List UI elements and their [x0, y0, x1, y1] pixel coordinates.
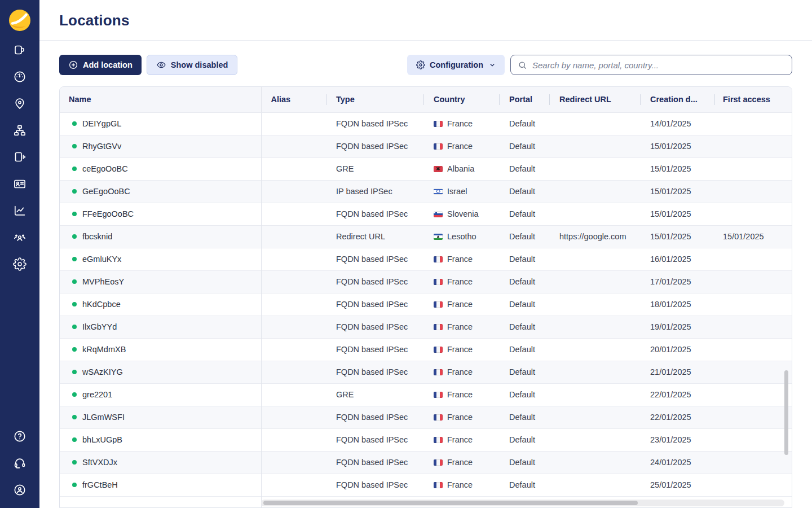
table-row[interactable]: eGmluKYx FQDN based IPSec France Default…	[60, 248, 792, 270]
column-header-portal[interactable]: Portal	[499, 87, 549, 112]
horizontal-scrollbar[interactable]	[263, 501, 638, 505]
country-name: Israel	[447, 187, 467, 196]
column-header-country[interactable]: Country	[423, 87, 499, 112]
creation-date-cell: 24/01/2025	[640, 451, 714, 474]
first-access-cell	[714, 203, 792, 225]
table-row[interactable]: MVPhEosY FQDN based IPSec France Default…	[60, 270, 792, 293]
country-flag-icon	[434, 437, 443, 443]
sidebar-item-dashboard[interactable]	[13, 70, 27, 84]
creation-date-cell: 16/01/2025	[640, 248, 714, 270]
country-flag-icon	[434, 211, 443, 217]
portal-cell: Default	[499, 225, 549, 248]
sidebar-item-network[interactable]	[13, 124, 27, 137]
portal-cell: Default	[499, 248, 549, 270]
location-name: kRqMdmXB	[82, 345, 126, 354]
table-row[interactable]: fbcsknid Redirect URL Lesotho Default ht…	[60, 225, 792, 248]
chevron-down-icon	[489, 62, 496, 68]
redirect-url-cell	[549, 270, 640, 293]
page-header: Locations	[39, 0, 812, 41]
table-row[interactable]: wSAzKIYG FQDN based IPSec France Default…	[60, 361, 792, 383]
table-body: DEIYgpGL FQDN based IPSec France Default…	[60, 112, 792, 508]
type-cell: FQDN based IPSec	[326, 361, 423, 383]
sidebar-item-users[interactable]	[13, 231, 27, 244]
table-row[interactable]: RhyGtGVv FQDN based IPSec France Default…	[60, 135, 792, 157]
portal-cell: Default	[499, 135, 549, 157]
first-access-cell	[714, 248, 792, 270]
configuration-dropdown-button[interactable]: Configuration	[407, 55, 505, 75]
sidebar-item-account[interactable]	[13, 483, 27, 497]
country-cell: France	[423, 316, 499, 338]
location-name: ceEgoOoBC	[82, 164, 128, 173]
toolbar-right-group: Configuration	[407, 55, 792, 75]
creation-date-cell: 21/01/2025	[640, 361, 714, 383]
portal-cell: Default	[499, 203, 549, 225]
sidebar-item-locations[interactable]	[13, 97, 27, 110]
first-access-cell	[714, 270, 792, 293]
portal-cell: Default	[499, 293, 549, 316]
column-header-name[interactable]: Name	[60, 87, 261, 112]
search-icon	[518, 60, 527, 70]
table-row[interactable]: kRqMdmXB FQDN based IPSec France Default…	[60, 338, 792, 361]
type-cell: FQDN based IPSec	[326, 270, 423, 293]
column-header-type[interactable]: Type	[326, 87, 423, 112]
sidebar-item-analytics[interactable]	[13, 204, 27, 217]
redirect-url-cell	[549, 338, 640, 361]
table-row[interactable]: IlxGbYYd FQDN based IPSec France Default…	[60, 316, 792, 338]
sidebar-nav	[13, 43, 27, 271]
location-name: RhyGtGVv	[82, 142, 121, 151]
redirect-url-cell	[549, 451, 640, 474]
sidebar-item-cup[interactable]	[13, 43, 27, 56]
type-cell: FQDN based IPSec	[326, 406, 423, 428]
type-cell: FQDN based IPSec	[326, 428, 423, 451]
sidebar-item-devices[interactable]	[13, 150, 27, 164]
status-dot	[72, 212, 77, 216]
table-row[interactable]: GeEgoOoBC IP based IPSec Israel Default …	[60, 180, 792, 203]
country-name: Slovenia	[447, 209, 479, 218]
table-row[interactable]: ceEgoOoBC GRE Albania Default 15/01/2025	[60, 157, 792, 180]
show-disabled-button[interactable]: Show disabled	[147, 55, 238, 75]
country-name: France	[447, 142, 473, 151]
first-access-cell	[714, 112, 792, 135]
creation-date-cell: 17/01/2025	[640, 270, 714, 293]
table-row[interactable]: JLGmWSFI FQDN based IPSec France Default…	[60, 406, 792, 428]
location-name: wSAzKIYG	[82, 367, 123, 376]
table-row[interactable]: frGCtBeH FQDN based IPSec France Default…	[60, 474, 792, 496]
creation-date-cell: 22/01/2025	[640, 383, 714, 406]
sidebar-item-settings[interactable]	[13, 257, 27, 271]
table-row[interactable]: gre2201 GRE France Default 22/01/2025	[60, 383, 792, 406]
column-header-creation-date[interactable]: Creation d...	[640, 87, 714, 112]
alias-cell	[261, 293, 326, 316]
country-name: France	[447, 277, 473, 286]
column-header-first-access[interactable]: First access	[714, 87, 792, 112]
vertical-scrollbar[interactable]	[784, 370, 788, 455]
alias-cell	[261, 428, 326, 451]
search-input[interactable]	[532, 60, 785, 70]
status-dot	[72, 415, 77, 419]
status-dot	[72, 189, 77, 194]
table-row[interactable]: bhLxUGpB FQDN based IPSec France Default…	[60, 428, 792, 451]
portal-cell: Default	[499, 451, 549, 474]
country-cell: France	[423, 451, 499, 474]
location-name: DEIYgpGL	[82, 119, 121, 128]
table-row[interactable]: hKdCpbce FQDN based IPSec France Default…	[60, 293, 792, 316]
sidebar-item-support[interactable]	[13, 457, 27, 470]
analytics-chart-icon	[13, 204, 27, 217]
redirect-url-cell	[549, 157, 640, 180]
redirect-url-cell	[549, 406, 640, 428]
brand-logo[interactable]	[9, 10, 30, 31]
redirect-url-cell	[549, 248, 640, 270]
column-header-redirect-url[interactable]: Redirect URL	[549, 87, 640, 112]
redirect-url-cell	[549, 293, 640, 316]
sidebar-item-contacts[interactable]	[13, 177, 27, 191]
add-location-button[interactable]: Add location	[59, 55, 142, 75]
status-dot	[72, 167, 77, 171]
redirect-url-cell	[549, 316, 640, 338]
first-access-cell	[714, 474, 792, 496]
table-row[interactable]: SftVXDJx FQDN based IPSec France Default…	[60, 451, 792, 474]
column-header-alias[interactable]: Alias	[261, 87, 326, 112]
table-row[interactable]: FFeEgoOoBC FQDN based IPSec Slovenia Def…	[60, 203, 792, 225]
sidebar-item-help[interactable]	[13, 430, 27, 443]
country-cell: Slovenia	[423, 203, 499, 225]
type-cell: IP based IPSec	[326, 180, 423, 203]
table-row[interactable]: DEIYgpGL FQDN based IPSec France Default…	[60, 112, 792, 135]
